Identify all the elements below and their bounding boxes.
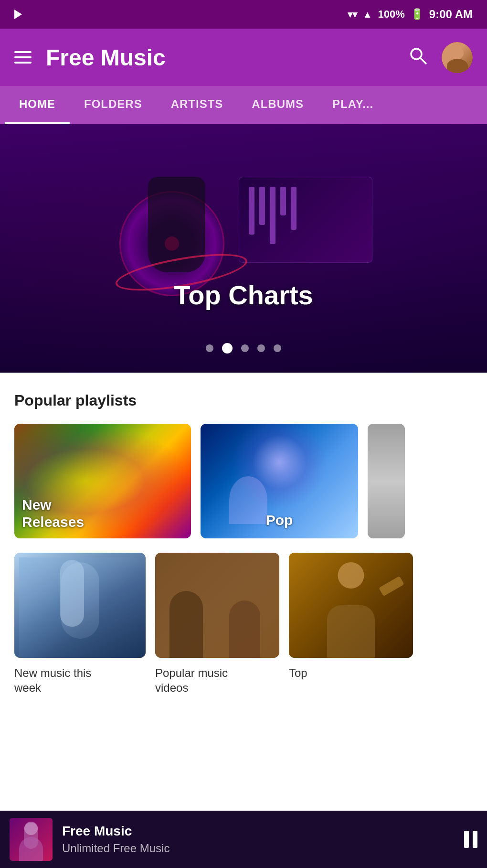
hamburger-menu-button[interactable] <box>14 51 32 64</box>
tab-folders[interactable]: FOLDERS <box>70 86 157 124</box>
pause-bar-left <box>464 831 469 848</box>
partial-overlay <box>368 424 405 538</box>
playlist-card-top[interactable]: Top <box>289 553 413 695</box>
banner-dot-2[interactable] <box>222 343 233 354</box>
user-avatar[interactable] <box>442 42 473 73</box>
mini-player-title: Free Music <box>62 824 455 839</box>
header-left: Free Music <box>14 44 166 71</box>
banner-dot-4[interactable] <box>257 344 265 352</box>
play-status-icon <box>14 10 22 19</box>
mini-player-spacer <box>0 705 487 767</box>
playlist-card-pop[interactable]: Pop <box>201 424 358 538</box>
app-header: Free Music <box>0 29 487 86</box>
card-label-popular-videos: Popular musicvideos <box>155 665 279 695</box>
playlist-card-new-releases[interactable]: NewReleases <box>14 424 191 538</box>
pause-button[interactable] <box>464 831 477 848</box>
tab-playlists[interactable]: PLAY... <box>318 86 388 124</box>
playlist-card-popular-videos[interactable]: Popular musicvideos <box>155 553 279 695</box>
large-playlist-row: NewReleases Pop <box>14 424 473 538</box>
mixing-board <box>239 177 372 263</box>
search-button[interactable] <box>408 46 427 69</box>
mini-player-info: Free Music Unlimited Free Music <box>62 824 455 855</box>
banner-dot-3[interactable] <box>241 344 249 352</box>
tab-albums[interactable]: ALBUMS <box>237 86 318 124</box>
faders <box>239 177 372 254</box>
navigation-tabs: HOME FOLDERS ARTISTS ALBUMS PLAY... <box>0 86 487 124</box>
tab-artists[interactable]: ARTISTS <box>157 86 238 124</box>
status-bar-left <box>14 10 22 19</box>
app-title: Free Music <box>46 44 166 71</box>
card-label-pop: Pop <box>266 512 293 529</box>
art-body <box>19 837 43 861</box>
mini-player-subtitle: Unlimited Free Music <box>62 842 455 855</box>
hero-visual <box>0 124 487 373</box>
card-img-performer <box>289 553 413 658</box>
status-bar-right: ▾▾ ▲ 100% 🔋 9:00 AM <box>348 8 473 21</box>
popular-playlists-section: Popular playlists NewReleases Pop <box>0 373 487 705</box>
header-right <box>408 42 473 73</box>
performer-body <box>327 605 375 658</box>
status-bar: ▾▾ ▲ 100% 🔋 9:00 AM <box>0 0 487 29</box>
playlist-card-partial[interactable] <box>368 424 405 538</box>
figure1 <box>169 591 203 658</box>
signal-icon: ▲ <box>363 9 372 20</box>
svg-line-1 <box>420 58 426 64</box>
card-label-new-releases: NewReleases <box>22 496 84 531</box>
avatar-image <box>442 42 473 73</box>
hamburger-line <box>14 56 32 58</box>
mini-player[interactable]: Free Music Unlimited Free Music <box>0 811 487 868</box>
tab-home[interactable]: HOME <box>5 86 70 124</box>
card-label-new-music-week: New music thisweek <box>14 665 146 695</box>
pause-bar-right <box>473 831 477 848</box>
mini-player-artwork <box>10 818 53 861</box>
hamburger-line <box>14 51 32 53</box>
section-title-popular-playlists: Popular playlists <box>14 392 473 409</box>
battery-icon: 🔋 <box>411 8 423 21</box>
hero-banner[interactable]: Top Charts <box>0 124 487 373</box>
card-figure <box>229 476 267 524</box>
hero-overlay <box>0 124 487 373</box>
performer-head <box>338 562 364 589</box>
art-head <box>24 822 38 835</box>
banner-dots <box>206 343 281 354</box>
small-playlist-row: New music thisweek Popular musicvideos T… <box>14 553 473 695</box>
mini-player-controls <box>464 831 477 848</box>
battery-indicator: 100% <box>378 8 405 21</box>
figure2 <box>229 600 260 658</box>
violin-light <box>19 557 141 658</box>
banner-dot-5[interactable] <box>274 344 281 352</box>
hero-title: Top Charts <box>174 279 313 311</box>
card-img-violin <box>14 553 146 658</box>
wifi-icon: ▾▾ <box>348 9 357 20</box>
card-img-couple <box>155 553 279 658</box>
hamburger-line <box>14 62 32 64</box>
card-label-top: Top <box>289 665 413 680</box>
playlist-card-new-music-week[interactable]: New music thisweek <box>14 553 146 695</box>
banner-dot-1[interactable] <box>206 344 213 352</box>
clock: 9:00 AM <box>429 8 473 21</box>
